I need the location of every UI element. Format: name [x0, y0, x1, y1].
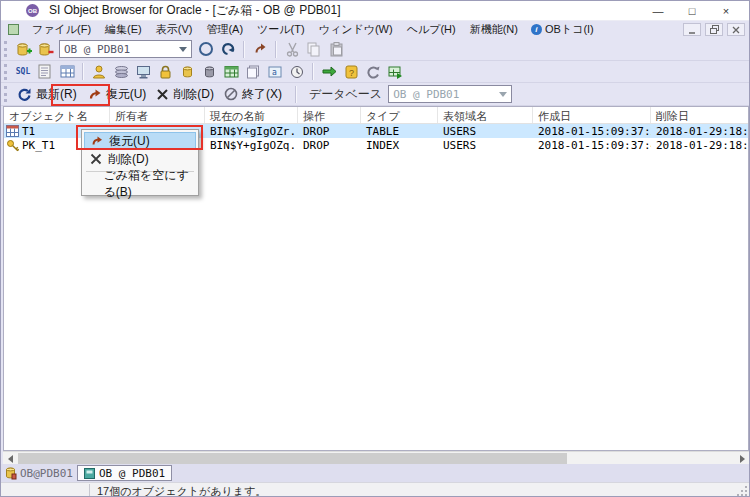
connection-icon: [4, 466, 17, 480]
maximize-button[interactable]: □: [675, 1, 709, 21]
column-header-tablespace[interactable]: 表領域名: [438, 107, 533, 123]
resize-grip[interactable]: [737, 486, 747, 496]
info-icon: i: [531, 24, 542, 35]
table-edit-icon[interactable]: [57, 62, 77, 81]
session-icon[interactable]: [133, 62, 153, 81]
mdi-restore-button[interactable]: [705, 23, 723, 36]
toolbar-separator: [275, 41, 277, 58]
svg-text:a: a: [272, 68, 277, 77]
mdi-close-button[interactable]: [727, 23, 745, 36]
synonym-icon[interactable]: [243, 62, 263, 81]
paste-icon[interactable]: [326, 40, 346, 59]
menu-window[interactable]: ウィンドウ(W): [312, 21, 400, 38]
user-icon[interactable]: [89, 62, 109, 81]
column-header-current-name[interactable]: 現在の名前: [205, 107, 298, 123]
menu-view[interactable]: 表示(V): [149, 21, 200, 38]
svg-text:?: ?: [349, 67, 354, 77]
context-menu: 復元(U) 削除(D) ごみ箱を空にする(B): [81, 129, 199, 196]
import-export-icon[interactable]: [319, 62, 339, 81]
menu-obtoco[interactable]: i OBトコ(I): [525, 21, 600, 38]
delete-x-icon: [84, 153, 108, 165]
copy-icon[interactable]: [304, 40, 324, 59]
column-header-type[interactable]: タイプ: [361, 107, 438, 123]
created-cell: 2018-01-15:09:37:29: [533, 125, 651, 138]
delete-button[interactable]: 削除(D): [151, 84, 219, 105]
materialized-view-icon[interactable]: [385, 62, 405, 81]
job-icon[interactable]: [287, 62, 307, 81]
menu-help[interactable]: ヘルプ(H): [400, 21, 463, 38]
minimize-button[interactable]: —: [641, 1, 675, 21]
status-divider: [89, 484, 90, 497]
session-item[interactable]: OB@PDB01: [4, 466, 74, 480]
toolbar-separator: [243, 41, 245, 58]
close-button[interactable]: ×: [709, 1, 743, 21]
refresh-button[interactable]: 最新(R): [12, 84, 82, 105]
tablespace-icon[interactable]: [111, 62, 131, 81]
app-window: OB SI Object Browser for Oracle - [ごみ箱 -…: [0, 0, 750, 497]
ob-option-icon[interactable]: ?: [341, 62, 361, 81]
status-bar: 17個のオブジェクトがあります。: [1, 482, 749, 497]
toolbar-separator: [295, 86, 297, 103]
toolbar-drag-handle[interactable]: [4, 41, 8, 57]
menu-admin[interactable]: 管理(A): [199, 21, 250, 38]
menu-edit[interactable]: 編集(E): [98, 21, 149, 38]
menu-file[interactable]: ファイル(F): [25, 21, 98, 38]
toolbar-separator: [312, 63, 314, 80]
menu-newfeatures[interactable]: 新機能(N): [463, 21, 525, 38]
script-icon[interactable]: [35, 62, 55, 81]
object-name: PK_T1: [22, 139, 55, 152]
child-window-icon: [8, 24, 19, 35]
view-icon[interactable]: [221, 62, 241, 81]
title-bar: OB SI Object Browser for Oracle - [ごみ箱 -…: [1, 1, 749, 21]
deleted-cell: 2018-01-29:18:40:14: [651, 139, 748, 152]
mdi-minimize-button[interactable]: [683, 23, 701, 36]
sql-icon[interactable]: SQL: [13, 62, 33, 81]
segment-icon[interactable]: [199, 62, 219, 81]
context-menu-empty-bin[interactable]: ごみ箱を空にする(B): [84, 175, 196, 193]
rollback-icon[interactable]: [218, 40, 238, 59]
chevron-down-icon: [499, 92, 507, 97]
exit-button[interactable]: 終了(X): [219, 84, 287, 105]
type-cell: TABLE: [361, 125, 438, 138]
refresh-icon: [17, 87, 32, 102]
current-name-cell: BIN$Y+gIgOZr...: [205, 125, 298, 138]
restore-button[interactable]: 復元(U): [82, 84, 152, 105]
lock-icon[interactable]: [155, 62, 175, 81]
current-name-cell: BIN$Y+gIgOZq...: [205, 139, 298, 152]
window-title: SI Object Browser for Oracle - [ごみ箱 - OB…: [49, 2, 340, 19]
bottom-tab-bar: OB@PDB01 OB @ PDB01: [1, 464, 749, 482]
toolbar-drag-handle[interactable]: [4, 86, 8, 102]
undo-icon[interactable]: [250, 40, 270, 59]
toolbar-drag-handle[interactable]: [4, 64, 8, 80]
rollback-segment-icon[interactable]: [177, 62, 197, 81]
connection-combobox[interactable]: OB @ PDB01: [59, 40, 192, 58]
scrollbar-thumb[interactable]: [18, 453, 567, 464]
db-disconnect-icon[interactable]: [35, 40, 55, 59]
context-menu-restore[interactable]: 復元(U): [84, 132, 196, 150]
table-icon: [6, 125, 19, 137]
column-header-owner[interactable]: 所有者: [110, 107, 205, 123]
column-header-object-name[interactable]: オブジェクト名: [4, 107, 110, 123]
key-icon: [6, 139, 19, 152]
grid-header: オブジェクト名 所有者 現在の名前 操作 タイプ 表領域名 作成日 削除日: [4, 107, 748, 124]
source-icon[interactable]: a: [265, 62, 285, 81]
menu-tools[interactable]: ツール(T): [250, 21, 312, 38]
delete-x-icon: [156, 88, 169, 101]
database-label: データベース: [309, 86, 382, 103]
context-menu-delete[interactable]: 削除(D): [84, 150, 196, 168]
commit-icon[interactable]: [196, 40, 216, 59]
database-combobox[interactable]: OB @ PDB01: [388, 85, 512, 103]
restore-icon: [87, 87, 102, 102]
cut-icon[interactable]: [282, 40, 302, 59]
window-tab[interactable]: OB @ PDB01: [77, 465, 172, 481]
status-message: 17個のオブジェクトがあります。: [97, 484, 266, 497]
column-header-deleted[interactable]: 削除日: [651, 107, 748, 123]
db-connect-icon[interactable]: [13, 40, 33, 59]
column-header-operation[interactable]: 操作: [298, 107, 361, 123]
tablespace-cell: USERS: [438, 139, 533, 152]
type-cell: INDEX: [361, 139, 438, 152]
recycle-bin-icon[interactable]: [363, 62, 383, 81]
connection-combobox-value: OB @ PDB01: [60, 43, 130, 56]
horizontal-scrollbar[interactable]: [3, 451, 749, 464]
column-header-created[interactable]: 作成日: [533, 107, 651, 123]
